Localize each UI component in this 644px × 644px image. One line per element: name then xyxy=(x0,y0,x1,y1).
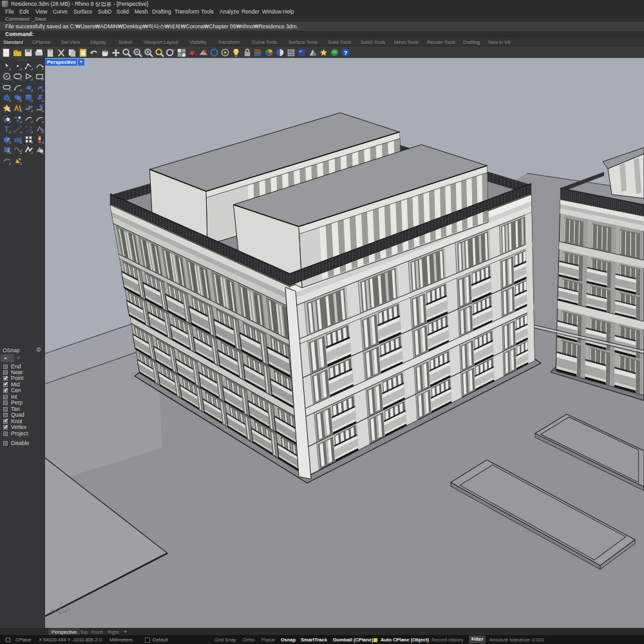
svg-text:y: y xyxy=(50,607,53,612)
svg-text:z: z xyxy=(60,600,62,606)
svg-text:?: ? xyxy=(344,49,348,56)
svg-text:x: x xyxy=(68,607,70,612)
